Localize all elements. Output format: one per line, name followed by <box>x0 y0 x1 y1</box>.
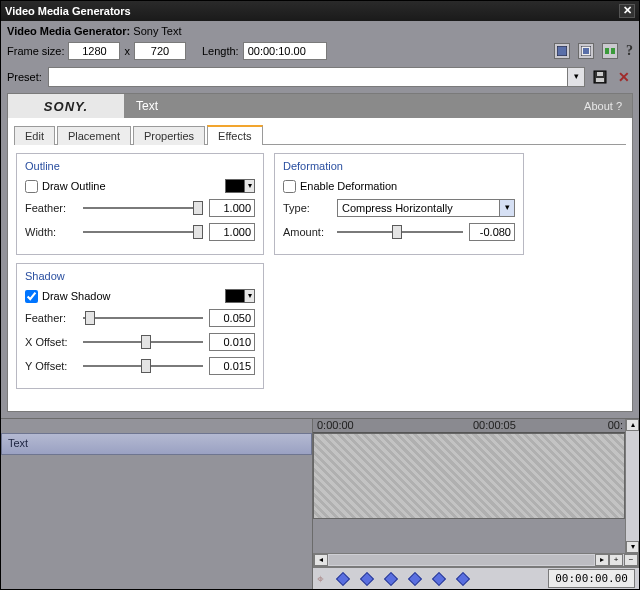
outline-width-slider[interactable] <box>83 224 203 240</box>
vscroll-up[interactable]: ▴ <box>626 419 639 431</box>
shadow-yoffset-slider[interactable] <box>83 358 203 374</box>
hscroll-right[interactable]: ▸ <box>595 554 609 566</box>
length-label: Length: <box>202 45 239 57</box>
shadow-yoffset-label: Y Offset: <box>25 360 77 372</box>
tab-placement[interactable]: Placement <box>57 126 131 145</box>
ruler-t1: 00:00:05 <box>473 419 516 431</box>
hscroll-bar[interactable] <box>329 555 594 565</box>
marker-icon[interactable]: ⌖ <box>317 572 324 586</box>
tracklist: Text <box>1 419 313 589</box>
hscroll[interactable]: ◂ ▸ + − <box>313 553 639 567</box>
preset-row: Preset: ▾ ✕ <box>1 63 639 93</box>
playbar: ⌖ 00:00:00.00 <box>313 567 639 589</box>
deformation-amount-label: Amount: <box>283 226 331 238</box>
zoom-in-icon[interactable]: + <box>609 554 623 566</box>
about-link[interactable]: About ? <box>584 94 632 118</box>
frame-height-input[interactable] <box>134 42 186 60</box>
deformation-type-select[interactable] <box>337 199 499 217</box>
tabbar: Edit Placement Properties Effects <box>8 118 632 144</box>
enable-deformation-checkbox[interactable] <box>283 180 296 193</box>
shadow-legend: Shadow <box>25 270 255 282</box>
split-icon[interactable] <box>602 43 618 59</box>
outline-feather-slider[interactable] <box>83 200 203 216</box>
vscroll[interactable]: ▴ ▾ <box>625 419 639 553</box>
deformation-amount-slider[interactable] <box>337 224 463 240</box>
header-plugin: Sony Text <box>133 25 181 37</box>
svg-rect-2 <box>583 48 589 54</box>
keyframe-next-icon[interactable] <box>432 571 446 585</box>
frame-x: x <box>124 45 130 57</box>
keyframe-del-icon[interactable] <box>408 571 422 585</box>
media-properties-icon[interactable] <box>554 43 570 59</box>
outline-legend: Outline <box>25 160 255 172</box>
keyframe-last-icon[interactable] <box>456 571 470 585</box>
keyframe-first-icon[interactable] <box>336 571 350 585</box>
group-shadow: Shadow Draw Shadow ▾ Feather: <box>16 263 264 389</box>
vscroll-down[interactable]: ▾ <box>626 541 639 553</box>
deformation-type-label: Type: <box>283 202 331 214</box>
svg-rect-7 <box>597 72 603 76</box>
tab-edit[interactable]: Edit <box>14 126 55 145</box>
window: Video Media Generators ✕ Video Media Gen… <box>0 0 640 590</box>
timeline-right: 0:00:00 00:00:05 00: ▴ ▾ ◂ ▸ <box>313 419 639 589</box>
timeline-clip[interactable] <box>313 433 625 519</box>
close-button[interactable]: ✕ <box>619 4 635 18</box>
svg-rect-0 <box>557 46 567 56</box>
draw-shadow-label: Draw Shadow <box>42 290 110 302</box>
frame-size-label: Frame size: <box>7 45 64 57</box>
shadow-xoffset-value[interactable] <box>209 333 255 351</box>
preset-dropdown[interactable]: ▾ <box>567 67 585 87</box>
brand-band: SONY. Text About ? <box>8 94 632 118</box>
ruler-t0: 0:00:00 <box>317 419 354 431</box>
shadow-xoffset-slider[interactable] <box>83 334 203 350</box>
delete-preset-icon[interactable]: ✕ <box>615 68 633 86</box>
timecode-display[interactable]: 00:00:00.00 <box>548 569 635 588</box>
timeline-ruler[interactable]: 0:00:00 00:00:05 00: <box>313 419 625 433</box>
shadow-feather-slider[interactable] <box>83 310 203 326</box>
outline-width-value[interactable] <box>209 223 255 241</box>
keyframe-add-icon[interactable] <box>384 571 398 585</box>
effects-content: Outline Draw Outline ▾ Feather: <box>8 145 632 411</box>
ruler-t2: 00: <box>608 419 623 431</box>
brand-logo: SONY. <box>8 94 124 118</box>
svg-rect-6 <box>596 78 604 82</box>
window-title: Video Media Generators <box>5 5 131 17</box>
shadow-feather-value[interactable] <box>209 309 255 327</box>
group-deformation: Deformation Enable Deformation Type: ▾ <box>274 153 524 255</box>
group-outline: Outline Draw Outline ▾ Feather: <box>16 153 264 255</box>
track-header[interactable]: Text <box>1 433 312 455</box>
draw-outline-label: Draw Outline <box>42 180 106 192</box>
header-label: Video Media Generator: <box>7 25 130 37</box>
deformation-type-dropdown[interactable]: ▾ <box>499 199 515 217</box>
svg-rect-4 <box>611 48 615 54</box>
deformation-amount-value[interactable] <box>469 223 515 241</box>
length-input[interactable] <box>243 42 327 60</box>
track-label: Text <box>8 437 28 449</box>
deformation-legend: Deformation <box>283 160 515 172</box>
outline-feather-value[interactable] <box>209 199 255 217</box>
preset-label: Preset: <box>7 71 42 83</box>
zoom-out-icon[interactable]: − <box>624 554 638 566</box>
media-event-icon[interactable] <box>578 43 594 59</box>
hscroll-left[interactable]: ◂ <box>314 554 328 566</box>
draw-shadow-checkbox[interactable] <box>25 290 38 303</box>
tab-effects[interactable]: Effects <box>207 125 262 145</box>
preset-input[interactable] <box>48 67 567 87</box>
outline-color-dropdown[interactable]: ▾ <box>245 179 255 193</box>
outline-color-swatch[interactable] <box>225 179 245 193</box>
shadow-color-swatch[interactable] <box>225 289 245 303</box>
timeline-area: Text 0:00:00 00:00:05 00: ▴ ▾ <box>1 418 639 589</box>
header: Video Media Generator: Sony Text <box>1 21 639 39</box>
draw-outline-checkbox[interactable] <box>25 180 38 193</box>
shadow-yoffset-value[interactable] <box>209 357 255 375</box>
shadow-feather-label: Feather: <box>25 312 77 324</box>
frame-width-input[interactable] <box>68 42 120 60</box>
outline-feather-label: Feather: <box>25 202 77 214</box>
save-preset-icon[interactable] <box>591 68 609 86</box>
shadow-color-dropdown[interactable]: ▾ <box>245 289 255 303</box>
help-icon[interactable]: ? <box>626 43 633 59</box>
outline-width-label: Width: <box>25 226 77 238</box>
tab-properties[interactable]: Properties <box>133 126 205 145</box>
keyframe-prev-icon[interactable] <box>360 571 374 585</box>
titlebar: Video Media Generators ✕ <box>1 1 639 21</box>
